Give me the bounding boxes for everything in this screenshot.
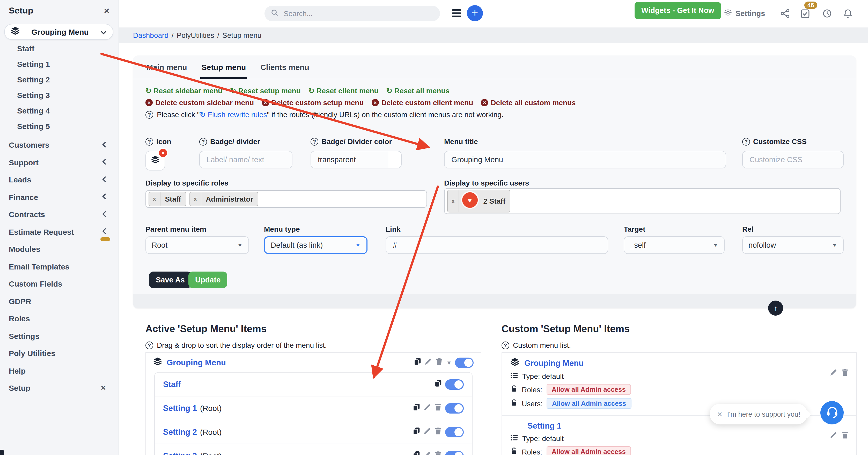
- delete-icon[interactable]: [435, 358, 443, 367]
- hamburger-menu-icon[interactable]: [452, 9, 461, 17]
- active-child-row[interactable]: Setting 2(Root): [155, 420, 472, 444]
- duplicate-icon[interactable]: [412, 427, 420, 437]
- sidebar-item-customers[interactable]: Customers: [0, 136, 119, 154]
- save-as-button[interactable]: Save As: [149, 272, 191, 288]
- duplicate-icon[interactable]: [412, 403, 420, 413]
- sidebar-subitem[interactable]: Staff: [17, 41, 50, 56]
- sidebar-item-setup[interactable]: Setup✕: [0, 379, 119, 397]
- reset-link[interactable]: ↻ Reset all menus: [386, 87, 450, 95]
- color-swatch[interactable]: [389, 151, 401, 168]
- delete-link[interactable]: ✕Delete custom setup menu: [261, 98, 364, 107]
- remove-icon-badge[interactable]: ✕: [158, 148, 168, 158]
- update-button[interactable]: Update: [188, 272, 227, 288]
- target-select[interactable]: _self▼: [624, 236, 725, 254]
- visibility-toggle[interactable]: [445, 379, 464, 390]
- menu-item-link[interactable]: Setting 3: [163, 451, 197, 455]
- roles-multiselect[interactable]: xStaffxAdministrator: [146, 190, 427, 208]
- sidebar-item-modules[interactable]: Modules: [0, 240, 119, 258]
- edit-icon[interactable]: [830, 368, 837, 378]
- delete-link[interactable]: ✕Delete custom client menu: [372, 98, 473, 107]
- menu-type-select[interactable]: Default (as link)▼: [264, 236, 368, 254]
- edit-icon[interactable]: [424, 403, 431, 413]
- remove-role-tag[interactable]: x: [190, 192, 201, 206]
- sidebar-close-icon[interactable]: ✕: [104, 7, 110, 15]
- delete-link[interactable]: ✕Delete all custom menus: [481, 98, 576, 107]
- breadcrumb-link[interactable]: Dashboard: [133, 31, 168, 39]
- sidebar-item-email-templates[interactable]: Email Templates: [0, 258, 119, 275]
- users-multiselect[interactable]: x ♥ 2 Staff: [444, 188, 841, 214]
- bell-icon[interactable]: [843, 9, 852, 20]
- sidebar-subitem[interactable]: Setting 5: [17, 119, 50, 134]
- tab-main-menu[interactable]: Main menu: [146, 56, 188, 78]
- active-child-row[interactable]: Setting 3(Root): [155, 444, 472, 455]
- remove-user-tag[interactable]: x: [448, 190, 459, 212]
- custom-item-link[interactable]: Grouping Menu: [524, 358, 584, 368]
- active-root-item[interactable]: Grouping Menu ▼: [146, 353, 481, 372]
- delete-icon[interactable]: [434, 427, 442, 437]
- delete-icon[interactable]: [841, 368, 849, 378]
- active-root-link[interactable]: Grouping Menu: [167, 358, 226, 367]
- link-input[interactable]: [392, 240, 602, 250]
- active-child-row[interactable]: Setting 1(Root): [155, 396, 472, 420]
- rel-select[interactable]: nofollow▼: [742, 236, 844, 254]
- flush-rewrite-rules-link[interactable]: Flush rewrite rules: [208, 110, 267, 119]
- visibility-toggle[interactable]: [445, 427, 464, 437]
- sidebar-subitem[interactable]: Setting 2: [17, 72, 50, 88]
- sidebar-item-settings[interactable]: Settings: [0, 327, 119, 345]
- custom-item-link[interactable]: Setting 1: [527, 421, 561, 431]
- grouping-menu-selector[interactable]: Grouping Menu: [4, 24, 113, 40]
- tab-setup-menu[interactable]: Setup menu: [200, 56, 247, 78]
- visibility-toggle[interactable]: [445, 451, 464, 455]
- sidebar-item-gdpr[interactable]: GDPR: [0, 292, 119, 310]
- badge-color-input[interactable]: [317, 155, 389, 164]
- quick-add-button[interactable]: +: [467, 5, 483, 21]
- sidebar-item-roles[interactable]: Roles: [0, 310, 119, 327]
- sidebar-subitem[interactable]: Setting 3: [17, 88, 50, 103]
- delete-link[interactable]: ✕Delete custom sidebar menu: [146, 98, 254, 107]
- close-icon[interactable]: ✕: [717, 410, 722, 418]
- search-input[interactable]: [283, 9, 434, 18]
- badge-divider-input[interactable]: [206, 155, 286, 164]
- sidebar-item-contracts[interactable]: Contracts: [0, 206, 119, 223]
- menu-title-input[interactable]: [450, 155, 720, 164]
- sidebar-scrollbar-thumb[interactable]: [100, 237, 110, 241]
- corner-widget[interactable]: [0, 450, 4, 455]
- edit-icon[interactable]: [424, 427, 431, 437]
- caret-down-icon[interactable]: ▼: [446, 360, 452, 366]
- visibility-toggle[interactable]: [445, 403, 464, 413]
- delete-icon[interactable]: [841, 431, 849, 441]
- duplicate-icon[interactable]: [412, 451, 420, 455]
- sidebar-item-leads[interactable]: Leads: [0, 171, 119, 188]
- delete-icon[interactable]: [434, 451, 442, 455]
- sidebar-item-support[interactable]: Support: [0, 154, 119, 171]
- sidebar-item-finance[interactable]: Finance: [0, 188, 119, 206]
- icon-picker-button[interactable]: ✕: [146, 151, 165, 170]
- remove-role-tag[interactable]: x: [149, 192, 160, 206]
- close-icon[interactable]: ✕: [100, 384, 106, 392]
- search-box[interactable]: [265, 6, 440, 21]
- edit-icon[interactable]: [424, 451, 431, 455]
- parent-menu-select[interactable]: Root▼: [146, 236, 249, 254]
- active-child-row[interactable]: Staff: [155, 373, 472, 396]
- menu-item-link[interactable]: Setting 2: [163, 427, 197, 436]
- visibility-toggle[interactable]: [455, 357, 474, 368]
- sidebar-item-custom-fields[interactable]: Custom Fields: [0, 275, 119, 292]
- sidebar-item-poly-utilities[interactable]: Poly Utilities: [0, 345, 119, 362]
- tab-clients-menu[interactable]: Clients menu: [259, 56, 310, 78]
- duplicate-icon[interactable]: [434, 379, 442, 389]
- menu-item-link[interactable]: Setting 1: [163, 403, 197, 413]
- delete-icon[interactable]: [434, 403, 442, 413]
- customize-css-input[interactable]: [748, 155, 837, 164]
- widgets-button[interactable]: Widgets - Get It Now: [634, 2, 721, 19]
- edit-icon[interactable]: [830, 431, 837, 441]
- sidebar-subitem[interactable]: Setting 1: [17, 56, 50, 72]
- share-icon[interactable]: [780, 9, 790, 20]
- clock-icon[interactable]: [823, 9, 832, 20]
- duplicate-icon[interactable]: [413, 358, 421, 367]
- reset-link[interactable]: ↻ Reset setup menu: [230, 87, 301, 95]
- support-chat-button[interactable]: [820, 401, 844, 424]
- reset-link[interactable]: ↻ Reset sidebar menu: [146, 87, 222, 95]
- tasks-icon[interactable]: [800, 9, 810, 21]
- sidebar-item-help[interactable]: Help: [0, 362, 119, 379]
- reset-link[interactable]: ↻ Reset client menu: [309, 87, 379, 95]
